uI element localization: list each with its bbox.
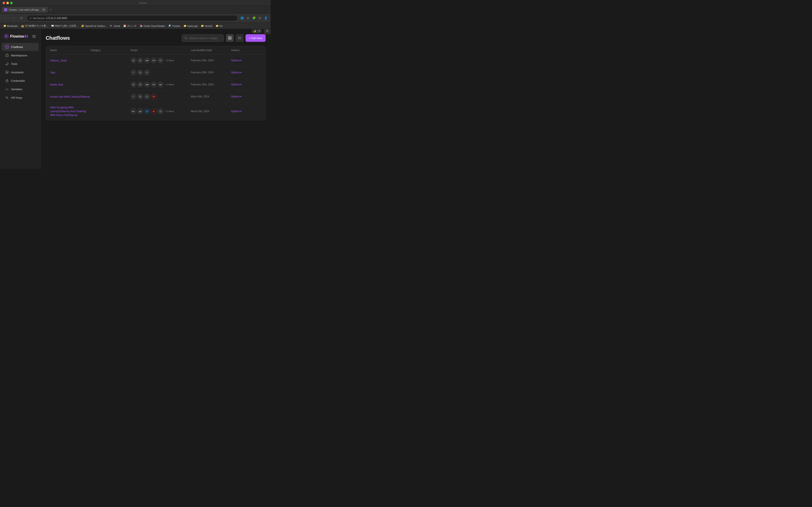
table-row: Web Scraping With Llama2(Ollama) And Cha… — [46, 103, 265, 120]
moon-icon: 🌙 — [253, 30, 256, 32]
actions-3: Options ▾ — [231, 83, 261, 86]
logo-area: F FlowiseAI — [0, 32, 40, 43]
svg-point-38 — [140, 96, 141, 97]
new-tab-button[interactable]: + — [48, 7, 54, 13]
bookmark-item-5[interactable]: 📅 カレンダ — [122, 24, 138, 28]
col-actions: Actions — [231, 49, 261, 52]
profile-icon[interactable]: 👤 — [263, 16, 268, 20]
sidebar-item-marketplaces[interactable]: Marketplaces — [2, 51, 39, 59]
url-bar[interactable]: ⚠ Not Secure 172.31.2.139:3000 — [27, 15, 238, 21]
bookmark-item-0[interactable]: 📁 Bookmark — [2, 24, 19, 28]
active-tab[interactable]: Flowise - Low-code LLM app... ✕ — [2, 7, 48, 13]
col-name: Name — [50, 49, 90, 52]
bookmark-label-1: 市川紗椰のラジオ番... — [25, 24, 48, 27]
header-actions: + Add New — [182, 34, 266, 42]
node-icon — [151, 94, 157, 100]
bookmark-item-10[interactable]: 📁 Git — [214, 24, 224, 28]
logo-text: FlowiseAI — [10, 34, 28, 39]
options-button-4[interactable]: Options ▾ — [231, 95, 241, 98]
svg-point-28 — [140, 60, 141, 61]
more-badge-1: + 2 More — [165, 59, 174, 62]
tab-bar: Flowise - Low-code LLM app... ✕ + — [0, 6, 271, 13]
date-2: February 25th, 2024 — [191, 71, 231, 74]
tab-close-button[interactable]: ✕ — [42, 8, 45, 11]
close-button[interactable] — [3, 2, 5, 4]
svg-rect-40 — [153, 96, 155, 97]
table-row: Ollama_Test2 A/B TXT + 2 More — [46, 55, 265, 66]
page-title: Chatflows — [46, 35, 70, 41]
options-button-5[interactable]: Options ▾ — [231, 110, 241, 113]
settings-button[interactable] — [264, 29, 271, 34]
bookmark-icon-2: 📖 — [51, 24, 54, 27]
sidebar-item-api-keys[interactable]: API Keys — [2, 94, 39, 102]
options-button-1[interactable]: Options ▾ — [231, 59, 241, 62]
bookmark-icon-10: 📁 — [216, 24, 219, 27]
sidebar-item-variables[interactable]: {x} Variables — [2, 85, 39, 93]
tools-icon — [5, 62, 9, 66]
list-view-button[interactable] — [236, 34, 243, 42]
maximize-button[interactable] — [10, 2, 13, 4]
row-name-redis-test[interactable]: Redis-Test — [50, 83, 90, 86]
bookmark-item-9[interactable]: 📁 NestJS — [200, 24, 213, 28]
options-button-3[interactable]: Options ▾ — [231, 83, 241, 86]
more-badge-5: + 3 More — [165, 110, 174, 113]
search-input[interactable] — [189, 37, 221, 40]
bookmark-item-6[interactable]: 📚 Kindle Cloud Reader — [139, 24, 166, 28]
hamburger-button[interactable] — [31, 34, 37, 39]
api-keys-icon — [5, 96, 9, 100]
date-4: March 9th, 2024 — [191, 95, 231, 98]
bookmark-item-1[interactable]: 📻 市川紗椰のラジオ番... — [20, 24, 49, 28]
sidebar-label-variables: Variables — [11, 88, 22, 91]
bookmark-item-3[interactable]: 🔐 OpenID for Verifica... — [80, 24, 108, 28]
row-name-test[interactable]: Test — [50, 71, 90, 74]
chatflows-icon — [5, 45, 9, 49]
bookmark-item-8[interactable]: 📁 kudos-gpt — [182, 24, 199, 28]
back-button[interactable]: ← — [3, 15, 8, 21]
forward-button[interactable]: → — [11, 15, 16, 21]
svg-point-31 — [140, 72, 141, 73]
translate-icon[interactable]: 🌐 — [240, 16, 245, 20]
sidebar-label-api-keys: API Keys — [11, 96, 22, 99]
node-icon — [137, 81, 143, 88]
bookmark-icon-3: 🔐 — [81, 24, 84, 27]
bookmark-icon-6: 📚 — [140, 24, 143, 27]
bookmark-label-0: Bookmark — [7, 25, 18, 27]
options-button-2[interactable]: Options ▾ — [231, 71, 241, 74]
chevron-down-icon: ▾ — [240, 110, 242, 113]
node-icon — [137, 94, 143, 100]
theme-toggle[interactable]: 🌙 ☀ — [252, 29, 262, 34]
sidebar-item-chatflows[interactable]: Chatflows — [2, 43, 39, 51]
bookmark-item-4[interactable]: ✉ Gmail — [109, 24, 121, 28]
reload-button[interactable]: ↻ — [18, 15, 24, 21]
nodes-col-1: A/B TXT + 2 More — [131, 57, 191, 63]
not-secure-label: Not Secure — [33, 17, 45, 19]
add-new-button[interactable]: + Add New — [246, 34, 266, 42]
svg-point-34 — [133, 84, 134, 85]
bookmark-star-icon[interactable]: ★ — [246, 16, 250, 20]
grid-view-button[interactable] — [226, 34, 234, 42]
table-row: Kudos-Gpt With Llama2(Ollama) © March 9t… — [46, 91, 265, 103]
svg-point-11 — [7, 72, 8, 72]
bookmark-label-7: Flowise — [172, 25, 180, 27]
sidebar-item-assistants[interactable]: Assistants — [2, 68, 39, 76]
search-box[interactable] — [182, 34, 224, 42]
variables-icon: {x} — [5, 87, 9, 91]
row-name-web-scraping[interactable]: Web Scraping With Llama2(Ollama) And Cha… — [50, 106, 90, 117]
title-bar: Chrome — [0, 0, 271, 6]
nodes-col-5: M/↓ QA G + 3 More — [131, 108, 191, 114]
assistants-icon — [5, 70, 9, 74]
not-secure-icon: ⚠ — [30, 17, 32, 20]
actions-1: Options ▾ — [231, 59, 261, 62]
minimize-button[interactable] — [6, 2, 9, 4]
row-name-kudos-gpt[interactable]: Kudos-Gpt With Llama2(Ollama) — [50, 95, 90, 98]
page-header: Chatflows — [46, 34, 266, 42]
sidebar-item-tools[interactable]: Tools — [2, 60, 39, 68]
row-name-ollama-test2[interactable]: Ollama_Test2 — [50, 59, 90, 62]
col-nodes: Nodes — [131, 49, 191, 52]
nodes-col-4: © — [131, 94, 191, 100]
extension-icon[interactable]: 🧩 — [252, 16, 256, 20]
grammarly-icon[interactable]: G — [258, 16, 262, 20]
bookmark-item-2[interactable]: 📖 Webでも動く小説用... — [50, 24, 79, 28]
sidebar-item-credentials[interactable]: Credentials — [2, 77, 39, 85]
bookmark-item-7[interactable]: 🌊 Flowise — [167, 24, 182, 28]
